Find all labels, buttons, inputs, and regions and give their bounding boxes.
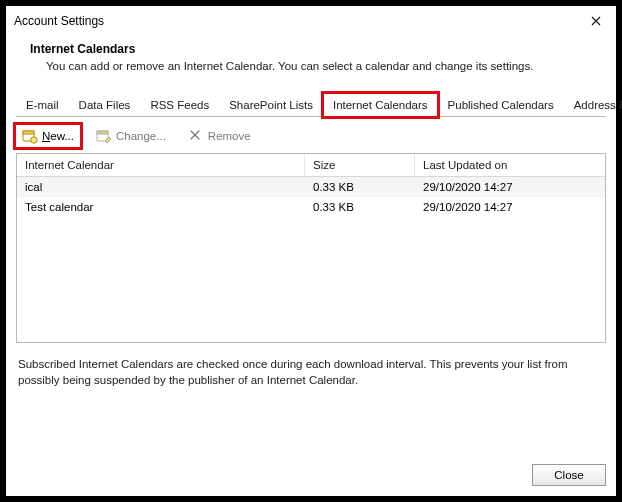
window-title: Account Settings — [14, 14, 584, 28]
change-button[interactable]: Change... — [90, 125, 172, 147]
dialog-title: Internet Calendars — [30, 42, 598, 56]
close-icon[interactable] — [584, 12, 608, 30]
tab-label: Published Calendars — [448, 99, 554, 111]
svg-point-2 — [31, 137, 37, 143]
close-button[interactable]: Close — [532, 464, 606, 486]
tabstrip: E-mail Data Files RSS Feeds SharePoint L… — [16, 92, 606, 117]
titlebar: Account Settings — [6, 6, 616, 34]
tab-data-files[interactable]: Data Files — [69, 93, 141, 117]
cell-updated: 29/10/2020 14:27 — [415, 197, 605, 217]
info-text: Subscribed Internet Calendars are checke… — [18, 357, 604, 388]
tab-email[interactable]: E-mail — [16, 93, 69, 117]
dialog-footer: Close — [6, 456, 616, 496]
remove-icon — [188, 128, 204, 144]
calendar-list: Internet Calendar Size Last Updated on i… — [16, 153, 606, 343]
tab-rss-feeds[interactable]: RSS Feeds — [140, 93, 219, 117]
tab-internet-calendars[interactable]: Internet Calendars — [323, 93, 438, 117]
new-button[interactable]: New... — [16, 125, 80, 147]
dialog-subtitle: You can add or remove an Internet Calend… — [30, 60, 598, 72]
cell-size: 0.33 KB — [305, 177, 415, 197]
tab-address-books[interactable]: Address Books — [564, 93, 622, 117]
col-size[interactable]: Size — [305, 154, 415, 176]
cell-name: ical — [17, 177, 305, 197]
table-row[interactable]: Test calendar 0.33 KB 29/10/2020 14:27 — [17, 197, 605, 217]
cell-name: Test calendar — [17, 197, 305, 217]
tab-label: Address Books — [574, 99, 622, 111]
account-settings-window: Account Settings Internet Calendars You … — [5, 5, 617, 497]
change-icon — [96, 128, 112, 144]
toolbar: New... Change... Remove — [16, 125, 606, 147]
tab-label: SharePoint Lists — [229, 99, 313, 111]
new-button-label: New... — [42, 130, 74, 142]
list-header: Internet Calendar Size Last Updated on — [17, 154, 605, 177]
change-button-label: Change... — [116, 130, 166, 142]
tab-published-calendars[interactable]: Published Calendars — [438, 93, 564, 117]
remove-button-label: Remove — [208, 130, 251, 142]
svg-rect-1 — [23, 131, 34, 134]
table-row[interactable]: ical 0.33 KB 29/10/2020 14:27 — [17, 177, 605, 197]
tab-label: RSS Feeds — [150, 99, 209, 111]
dialog-header: Internet Calendars You can add or remove… — [6, 34, 616, 86]
cell-size: 0.33 KB — [305, 197, 415, 217]
tab-label: E-mail — [26, 99, 59, 111]
tab-sharepoint-lists[interactable]: SharePoint Lists — [219, 93, 323, 117]
remove-button[interactable]: Remove — [182, 125, 257, 147]
cell-updated: 29/10/2020 14:27 — [415, 177, 605, 197]
tab-label: Data Files — [79, 99, 131, 111]
col-updated[interactable]: Last Updated on — [415, 154, 605, 176]
svg-rect-4 — [97, 131, 108, 134]
close-button-label: Close — [554, 469, 583, 481]
new-calendar-icon — [22, 128, 38, 144]
col-name[interactable]: Internet Calendar — [17, 154, 305, 176]
tab-label: Internet Calendars — [333, 99, 428, 111]
